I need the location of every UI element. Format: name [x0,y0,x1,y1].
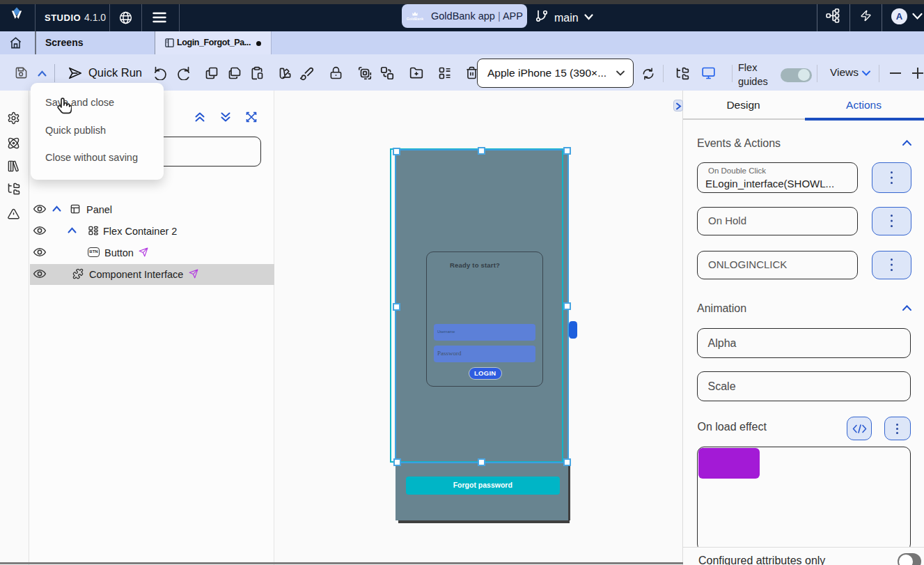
svg-text:GoldBank: GoldBank [407,17,424,21]
